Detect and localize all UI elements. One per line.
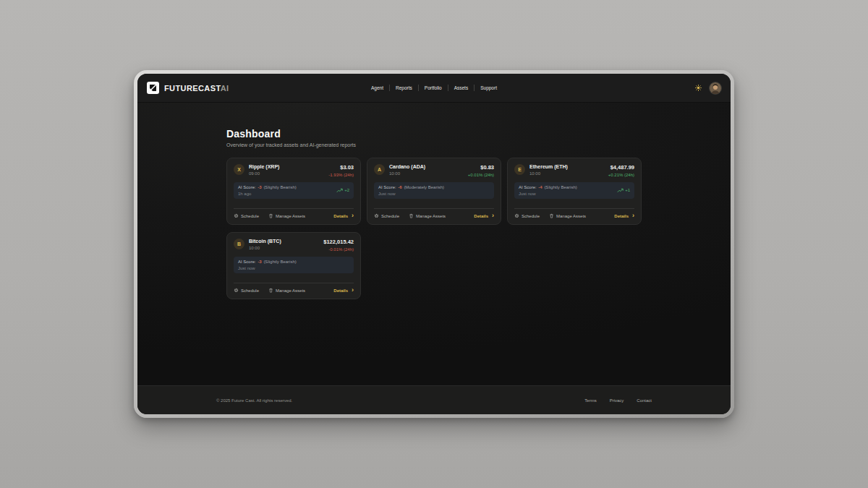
details-button[interactable]: Details › xyxy=(474,214,494,218)
details-label: Details xyxy=(333,214,348,218)
manage-assets-label: Manage Assets xyxy=(556,214,586,218)
main-nav: AgentReportsPortfolioAssetsSupport xyxy=(365,85,503,91)
asset-card: B Bitcoin (BTC) 10:00 $122,015.42 -0.01%… xyxy=(226,232,361,299)
ai-score-block: AI Score: -4 (Slightly Bearish) Just now xyxy=(519,185,577,196)
ai-score-value: -6 xyxy=(398,185,401,189)
brand-text: FUTURECASTAI xyxy=(164,84,229,93)
gear-icon xyxy=(374,213,379,218)
asset-name: Bitcoin (BTC) xyxy=(249,239,281,244)
nav-item[interactable]: Assets xyxy=(448,85,475,91)
ai-score-panel: AI Score: -3 (Slightly Bearish) 1h ago +… xyxy=(234,182,354,199)
schedule-button[interactable]: Schedule xyxy=(514,213,540,218)
ai-score-line: AI Score: -4 (Slightly Bearish) xyxy=(519,185,577,189)
asset-meta: Bitcoin (BTC) 10:00 xyxy=(249,239,281,250)
price-block: $0.83 +0.01% (24h) xyxy=(468,164,494,177)
manage-assets-label: Manage Assets xyxy=(416,214,446,218)
card-header: B Bitcoin (BTC) 10:00 $122,015.42 -0.01%… xyxy=(234,239,354,252)
theme-toggle-button[interactable] xyxy=(695,85,702,91)
chevron-right-icon: › xyxy=(492,214,494,218)
card-header: A Cardano (ADA) 10:00 $0.83 +0.01% (24h) xyxy=(374,164,494,177)
ai-score-line: AI Score: -3 (Slightly Bearish) xyxy=(238,185,297,189)
schedule-label: Schedule xyxy=(522,214,540,218)
brand-suffix: AI xyxy=(221,84,229,93)
card-header: E Ethereum (ETH) 10:00 $4,487.99 +0.21% … xyxy=(514,164,634,177)
ai-score-block: AI Score: -6 (Moderately Bearish) Just n… xyxy=(378,185,444,196)
nav-item[interactable]: Reports xyxy=(389,85,418,91)
asset-name: Ripple (XRP) xyxy=(249,164,279,169)
price-change: -1.93% (24h) xyxy=(328,173,354,177)
copyright-text: © 2025 Future Cast. All rights reserved. xyxy=(216,398,292,403)
manage-assets-button[interactable]: Manage Assets xyxy=(409,213,446,218)
trash-icon xyxy=(409,213,414,218)
schedule-label: Schedule xyxy=(241,288,259,293)
schedule-label: Schedule xyxy=(241,214,259,218)
schedule-button[interactable]: Schedule xyxy=(234,288,259,293)
nav-item[interactable]: Support xyxy=(474,85,503,91)
card-header: X Ripple (XRP) 09:00 $3.03 -1.93% (24h) xyxy=(234,164,354,177)
asset-meta: Ripple (XRP) 09:00 xyxy=(249,164,279,176)
gear-icon xyxy=(234,213,239,218)
ai-score-panel: AI Score: -3 (Slightly Bearish) Just now xyxy=(234,257,354,273)
manage-assets-button[interactable]: Manage Assets xyxy=(268,288,305,293)
asset-meta: Cardano (ADA) 10:00 xyxy=(389,164,425,176)
price-change: +0.01% (24h) xyxy=(468,173,494,177)
price-change: -0.01% (24h) xyxy=(323,247,354,252)
footer-link[interactable]: Privacy xyxy=(610,398,624,403)
dashboard-container: Dashboard Overview of your tracked asset… xyxy=(226,103,642,299)
chevron-right-icon: › xyxy=(352,214,354,218)
trend-badge: +1 xyxy=(617,188,630,193)
brand[interactable]: FUTURECASTAI xyxy=(147,82,229,94)
details-button[interactable]: Details › xyxy=(333,214,354,218)
card-actions: Schedule Manage Assets Details › xyxy=(234,283,354,293)
top-navbar: FUTURECASTAI AgentReportsPortfolioAssets… xyxy=(137,74,731,103)
ai-score-panel: AI Score: -6 (Moderately Bearish) Just n… xyxy=(374,182,494,199)
brand-name: FUTURECAST xyxy=(164,84,221,93)
trend-badge: +2 xyxy=(336,188,349,193)
updated-time: 1h ago xyxy=(238,192,297,196)
card-actions: Schedule Manage Assets Details › xyxy=(374,208,494,218)
app-screen: FUTURECASTAI AgentReportsPortfolioAssets… xyxy=(137,74,731,414)
ai-sentiment: (Slightly Bearish) xyxy=(263,185,296,189)
asset-meta: Ethereum (ETH) 10:00 xyxy=(529,164,568,176)
manage-assets-button[interactable]: Manage Assets xyxy=(549,213,586,218)
ai-score-panel: AI Score: -4 (Slightly Bearish) Just now… xyxy=(514,182,634,199)
details-button[interactable]: Details › xyxy=(614,214,634,218)
updated-time: Just now xyxy=(378,192,444,196)
asset-icon: A xyxy=(374,164,385,175)
updated-time: Just now xyxy=(238,266,297,270)
main-content: Dashboard Overview of your tracked asset… xyxy=(137,103,731,385)
asset-icon: X xyxy=(234,164,244,175)
footer-inner: © 2025 Future Cast. All rights reserved.… xyxy=(216,398,652,403)
nav-item[interactable]: Portfolio xyxy=(418,85,448,91)
asset-icon: B xyxy=(234,239,244,249)
chevron-right-icon: › xyxy=(352,288,354,292)
ai-score-value: -4 xyxy=(538,185,542,189)
details-button[interactable]: Details › xyxy=(333,288,354,293)
schedule-label: Schedule xyxy=(381,214,399,218)
ai-score-label: AI Score: xyxy=(519,185,537,189)
asset-time: 10:00 xyxy=(249,246,281,250)
nav-item[interactable]: Agent xyxy=(365,85,389,91)
user-avatar[interactable] xyxy=(710,82,721,94)
footer-link[interactable]: Contact xyxy=(637,398,652,403)
asset-price: $4,487.99 xyxy=(608,164,634,171)
trend-value: +1 xyxy=(625,188,630,192)
schedule-button[interactable]: Schedule xyxy=(374,213,399,218)
ai-score-block: AI Score: -3 (Slightly Bearish) 1h ago xyxy=(238,185,297,196)
brand-logo-icon xyxy=(147,82,159,94)
asset-card: A Cardano (ADA) 10:00 $0.83 +0.01% (24h)… xyxy=(367,158,501,225)
trash-icon xyxy=(549,213,554,218)
ai-sentiment: (Slightly Bearish) xyxy=(544,185,576,189)
manage-assets-button[interactable]: Manage Assets xyxy=(268,213,305,218)
price-block: $4,487.99 +0.21% (24h) xyxy=(608,164,634,177)
asset-time: 09:00 xyxy=(249,171,279,176)
details-label: Details xyxy=(333,288,348,293)
ai-score-value: -3 xyxy=(258,185,261,189)
details-label: Details xyxy=(614,214,629,218)
asset-time: 10:00 xyxy=(389,171,425,176)
footer-link[interactable]: Terms xyxy=(584,398,596,403)
ai-score-label: AI Score: xyxy=(238,185,256,189)
asset-time: 10:00 xyxy=(529,171,568,176)
chevron-right-icon: › xyxy=(632,214,634,218)
schedule-button[interactable]: Schedule xyxy=(234,213,259,218)
